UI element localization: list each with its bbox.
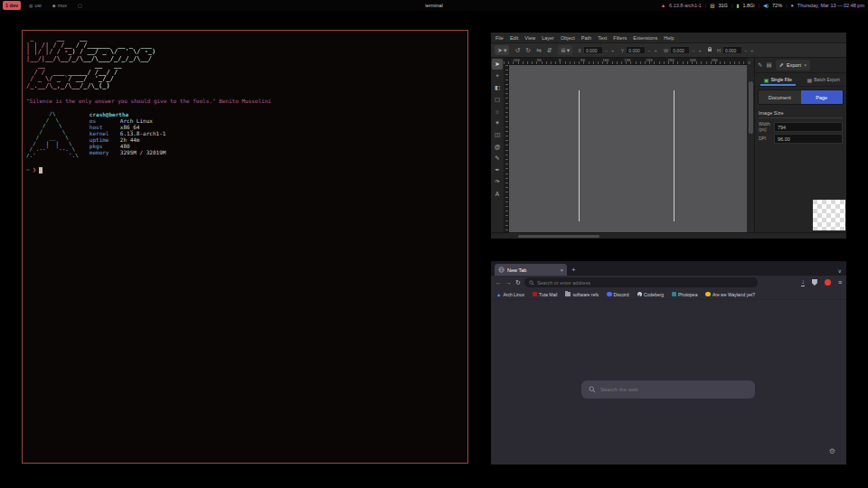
flip-horizontal-icon[interactable]: ⇋ xyxy=(536,47,542,54)
align-dropdown[interactable]: ≣▾ xyxy=(558,45,572,55)
export-dock-tab[interactable]: ⬈ Export × xyxy=(776,60,811,70)
web-search-box[interactable] xyxy=(581,380,755,399)
drawing-canvas[interactable] xyxy=(509,65,747,232)
terminal-window[interactable]: _ __ __ | | /| / /__ / /______ __ _ ___ … xyxy=(22,30,468,464)
tool-box: ➤ ⌖ ◧ ▢ ○ ✶ ◫ @ ✎ ✒ ✑ A xyxy=(491,58,504,232)
snap-icon[interactable]: ⌗ xyxy=(748,60,750,66)
w-spinbox[interactable]: 0.000 xyxy=(670,46,690,54)
focused-window-title: terminal xyxy=(0,3,868,8)
spin-buttons[interactable]: − + xyxy=(692,48,703,53)
menu-edit[interactable]: Edit xyxy=(510,35,518,41)
url-input[interactable] xyxy=(537,280,753,286)
forward-button[interactable]: → xyxy=(505,279,512,286)
text-tool-icon[interactable]: A xyxy=(492,188,503,199)
page-button[interactable]: Page xyxy=(801,90,844,104)
fetch-row: uptime2h 44m xyxy=(90,136,166,143)
ellipse-tool-icon[interactable]: ○ xyxy=(492,106,503,117)
dock-tabs: ✎ ▤ ⬈ Export × xyxy=(755,58,846,73)
fetch-key: uptime xyxy=(90,136,120,143)
dpi-input[interactable] xyxy=(774,134,843,144)
batch-export-label: Batch Export xyxy=(814,77,840,82)
document-button[interactable]: Document xyxy=(759,90,801,104)
x-spinbox[interactable]: 0.000 xyxy=(583,46,603,54)
menu-help[interactable]: Help xyxy=(664,35,674,41)
menu-extensions[interactable]: Extensions xyxy=(633,35,657,41)
spin-buttons[interactable]: − + xyxy=(605,48,616,53)
back-button[interactable]: ← xyxy=(495,279,502,286)
box3d-tool-icon[interactable]: ◫ xyxy=(492,129,503,140)
y-spinbox[interactable]: 0.000 xyxy=(626,46,646,54)
scrollbar-thumb[interactable] xyxy=(749,81,753,134)
horizontal-ruler[interactable]: -100 -50 0 50 100 150 200 250 300 350 xyxy=(504,58,747,65)
pencil-icon[interactable]: ✎ xyxy=(758,61,762,69)
bookmark-tuta-mail[interactable]: Tuta Mail xyxy=(533,292,557,297)
node-editor-tool-icon[interactable]: ⌖ xyxy=(492,70,503,81)
menu-path[interactable]: Path xyxy=(581,35,591,41)
w-label: W xyxy=(664,48,668,53)
rotate-ccw-icon[interactable]: ↺ xyxy=(514,47,520,54)
close-icon[interactable]: × xyxy=(804,62,807,68)
download-icon[interactable]: ↓ xyxy=(801,279,805,286)
extension-icon[interactable] xyxy=(825,279,831,286)
inkscape-menubar: File Edit View Layer Object Path Text Fi… xyxy=(491,33,846,42)
menu-icon[interactable]: ≡ xyxy=(838,279,842,286)
menu-filters[interactable]: Filters xyxy=(613,35,627,41)
new-tab-button[interactable]: + xyxy=(571,264,576,276)
shield-icon[interactable] xyxy=(812,279,817,286)
export-preview-thumbnail xyxy=(813,200,845,230)
spiral-tool-icon[interactable]: @ xyxy=(492,141,503,152)
list-all-tabs-icon[interactable]: ∨ xyxy=(838,267,842,274)
horizontal-scrollbar[interactable] xyxy=(491,232,846,239)
bookmark-arch-linux[interactable]: ▲Arch Linux xyxy=(496,292,524,297)
h-spinbox[interactable]: 0.000 xyxy=(722,46,742,54)
layers-icon[interactable]: ▤ xyxy=(766,61,771,69)
chevron-down-icon: ▾ xyxy=(567,47,571,54)
close-tab-icon[interactable]: × xyxy=(560,267,563,273)
batch-export-icon: ▦ xyxy=(807,77,813,83)
star-tool-icon[interactable]: ✶ xyxy=(492,117,503,128)
bookmark-codeberg[interactable]: Codeberg xyxy=(637,292,664,297)
menu-text[interactable]: Text xyxy=(598,35,607,41)
bookmark-are-we-wayland-yet[interactable]: Are we Wayland yet? xyxy=(705,292,755,297)
bookmark-label: Discord xyxy=(614,292,629,297)
shell-prompt[interactable]: ~ ❯ xyxy=(26,166,464,174)
flip-vertical-icon[interactable]: ⇵ xyxy=(547,47,552,54)
tab-title: New Tab xyxy=(507,267,557,273)
menu-object[interactable]: Object xyxy=(561,35,575,41)
lock-ratio-icon[interactable] xyxy=(708,49,712,52)
spin-buttons[interactable]: − + xyxy=(744,48,755,53)
fetch-row: hostx86_64 xyxy=(90,124,166,130)
pen-tool-icon[interactable]: ✒ xyxy=(492,164,503,175)
web-search-input[interactable] xyxy=(600,387,748,392)
fetch-value: x86_64 xyxy=(120,124,140,130)
pencil-tool-icon[interactable]: ✎ xyxy=(492,153,503,164)
tab-batch-export[interactable]: ▦ Batch Export xyxy=(801,73,847,86)
bookmark-folder-software-refs[interactable]: software refs xyxy=(565,292,599,297)
spin-buttons[interactable]: − + xyxy=(647,48,658,53)
selector-tool-icon[interactable]: ➤ xyxy=(492,59,503,70)
shape-builder-tool-icon[interactable]: ◧ xyxy=(492,82,503,93)
vertical-scrollbar[interactable]: ⌗ xyxy=(747,58,754,232)
menu-layer[interactable]: Layer xyxy=(542,35,554,41)
bookmark-photopea[interactable]: Photopea xyxy=(672,292,697,297)
tab-new-tab[interactable]: New Tab × xyxy=(495,264,567,276)
reload-button[interactable]: ↻ xyxy=(515,279,521,286)
rectangle-tool-icon[interactable]: ▢ xyxy=(492,94,503,105)
rotate-cw-icon[interactable]: ↻ xyxy=(525,47,531,54)
calligraphy-tool-icon[interactable]: ✑ xyxy=(492,176,503,187)
selection-mode-dropdown[interactable]: ➤▾ xyxy=(495,45,509,55)
canvas-row xyxy=(504,65,747,232)
personalize-gear-icon[interactable]: ⚙ xyxy=(829,447,835,455)
menu-file[interactable]: File xyxy=(495,35,504,41)
menu-view[interactable]: View xyxy=(524,35,535,41)
tab-single-file[interactable]: ▣ Single File xyxy=(755,73,801,86)
width-input[interactable] xyxy=(774,122,843,132)
export-tab-label: Export xyxy=(787,62,801,68)
url-bar[interactable] xyxy=(524,277,758,287)
y-field: Y 0.000 − + xyxy=(621,46,658,54)
scrollbar-thumb[interactable] xyxy=(518,235,599,238)
w-field: W 0.000 − + xyxy=(664,46,703,54)
discord-icon xyxy=(607,292,612,297)
bookmark-discord[interactable]: Discord xyxy=(607,292,628,297)
fetch-value: 2h 44m xyxy=(120,136,140,143)
